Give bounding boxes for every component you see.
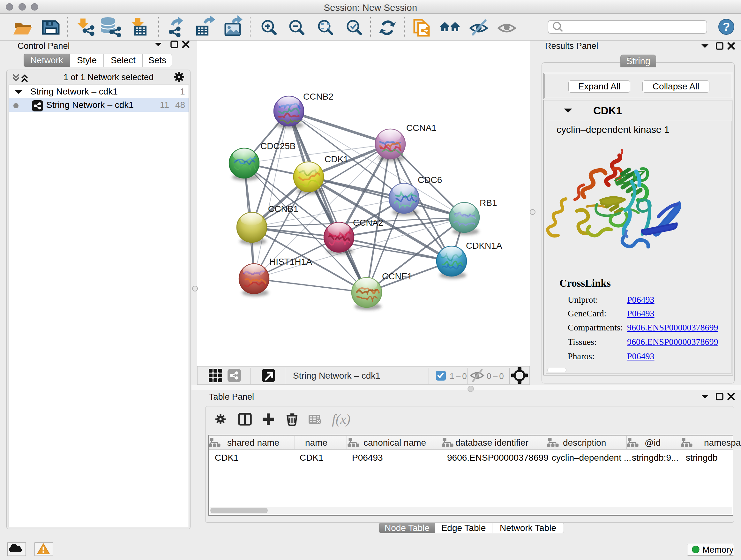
svg-text:CCNB2: CCNB2 [303,91,333,102]
svg-text:?: ? [723,20,730,34]
svg-text:CCNA2: CCNA2 [353,218,383,228]
svg-text:CCNA1: CCNA1 [406,123,436,133]
svg-text:RB1: RB1 [480,198,497,208]
svg-text:CDC6: CDC6 [418,175,442,185]
svg-text:CDK1: CDK1 [325,154,348,164]
svg-text:CCNE1: CCNE1 [382,271,412,281]
svg-text:CCNB1: CCNB1 [268,204,298,214]
svg-text:CDKN1A: CDKN1A [466,241,502,251]
svg-text:HIST1H1A: HIST1H1A [269,257,312,266]
svg-text:CDC25B: CDC25B [260,141,295,151]
